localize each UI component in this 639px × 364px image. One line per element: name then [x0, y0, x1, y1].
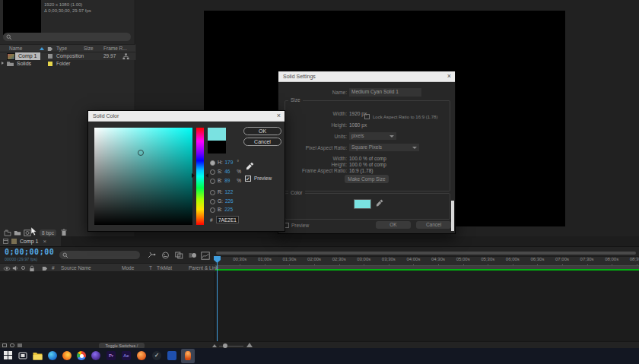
radio-b2[interactable]: [210, 207, 215, 213]
timeline-navigator[interactable]: [216, 252, 636, 255]
ruler-tick: 05;00s: [450, 257, 475, 265]
field-row-h[interactable]: H: 179 °: [210, 160, 239, 166]
column-parent-link: Parent & Link: [189, 266, 218, 271]
column-source-name: Source Name: [61, 266, 91, 271]
expand-inout-icon[interactable]: [17, 343, 22, 347]
shy-icon[interactable]: [161, 252, 170, 259]
radio-g[interactable]: [210, 199, 215, 204]
expand-layer-switches-icon[interactable]: [2, 343, 7, 347]
hue-slider[interactable]: [196, 128, 204, 225]
trash-icon[interactable]: [61, 229, 67, 236]
color-selector-circle[interactable]: [138, 150, 144, 156]
radio-h[interactable]: [210, 160, 215, 166]
motion-blur-icon[interactable]: [189, 252, 197, 259]
column-name[interactable]: Name: [9, 46, 22, 52]
ok-button[interactable]: OK: [243, 127, 281, 135]
close-icon[interactable]: ×: [447, 73, 451, 80]
mini-flowchart-icon[interactable]: [148, 252, 156, 259]
label-color-chip[interactable]: [48, 62, 52, 66]
blue-app-icon[interactable]: [167, 351, 176, 360]
column-type[interactable]: Type: [56, 46, 67, 52]
frame-blending-icon[interactable]: [175, 252, 183, 259]
timeline-tab[interactable]: Comp 1 ×: [0, 236, 61, 246]
firefox-icon[interactable]: [62, 351, 72, 360]
column-size[interactable]: Size: [84, 46, 94, 52]
timeline-zoom-out-icon[interactable]: [212, 344, 217, 347]
field-row-s[interactable]: S: 46 %: [210, 169, 241, 175]
field-row-b[interactable]: B: 89 %: [210, 179, 241, 184]
layer-area-left[interactable]: [0, 272, 215, 341]
make-comp-size-button[interactable]: Make Comp Size: [345, 175, 389, 183]
timeline-panel: Comp 1 × 0;00;00;00 00000 (29.97 fps): [0, 236, 639, 348]
solid-color-swatch[interactable]: [354, 199, 371, 209]
orange-app-icon[interactable]: [137, 351, 146, 360]
preview-checkbox[interactable]: ✓: [245, 176, 251, 182]
close-icon[interactable]: ×: [277, 112, 281, 119]
purple-app-icon[interactable]: [91, 351, 100, 360]
frame-aspect-ratio-value: 16:9 (1.78): [349, 169, 373, 174]
interpret-footage-icon[interactable]: [4, 229, 11, 236]
playhead-line: [217, 256, 218, 341]
graph-editor-icon[interactable]: [201, 252, 210, 260]
file-explorer-icon[interactable]: [33, 352, 43, 360]
item-type: Folder: [56, 62, 70, 67]
label-color-chip[interactable]: [48, 54, 52, 59]
windows-start-icon[interactable]: [4, 351, 13, 360]
ruler-tick: 06;30s: [525, 257, 550, 265]
name-field[interactable]: Medium Cyan Solid 1: [349, 88, 421, 97]
lock-aspect-checkbox[interactable]: [364, 114, 370, 119]
check-app-icon[interactable]: ✓: [152, 351, 161, 360]
expander-chevron-icon[interactable]: [2, 62, 4, 65]
solid-settings-titlebar[interactable]: Solid Settings ×: [278, 71, 455, 82]
height-label: Height:: [278, 123, 347, 128]
height-value[interactable]: 1080 px: [349, 123, 367, 128]
tab-close-icon[interactable]: ×: [43, 239, 47, 245]
pixel-aspect-ratio-label: Pixel Aspect Ratio:: [278, 146, 347, 151]
hex-input[interactable]: 7AE2E1: [216, 216, 239, 223]
dialog-scrollbar[interactable]: [451, 201, 454, 231]
item-name-comp[interactable]: Comp 1: [15, 52, 40, 60]
saturation-brightness-picker[interactable]: [94, 128, 192, 225]
ok-button[interactable]: OK: [376, 221, 411, 229]
expand-transfer-controls-icon[interactable]: [10, 343, 14, 347]
frames-display: 00000 (29.97 fps): [5, 258, 37, 262]
hue-marker-left[interactable]: [192, 173, 195, 178]
chrome-icon[interactable]: [77, 351, 86, 360]
premiere-pro-icon[interactable]: Pr: [106, 351, 116, 360]
hue-marker-right[interactable]: [205, 173, 208, 178]
ruler-tick: 07;30s: [574, 257, 599, 265]
field-row-r[interactable]: R: 122: [210, 190, 237, 195]
radio-b[interactable]: [210, 179, 215, 184]
after-effects-icon[interactable]: Ae: [122, 351, 131, 360]
radio-r[interactable]: [210, 190, 215, 195]
active-app-button[interactable]: [181, 349, 195, 363]
ruler-tick: 01;00s: [253, 257, 278, 265]
project-search-input[interactable]: [3, 33, 131, 41]
cancel-button[interactable]: Cancel: [416, 221, 451, 229]
edge-icon[interactable]: [48, 351, 57, 360]
ruler-tick: 07;00s: [550, 257, 575, 265]
task-view-icon[interactable]: [18, 351, 27, 360]
timeline-ruler[interactable]: 00;30s 01;00s 01;30s 02;00s 02;30s 03;00…: [215, 256, 639, 265]
timeline-zoom-in-icon[interactable]: [246, 343, 253, 347]
solid-color-titlebar[interactable]: Solid Color ×: [88, 111, 285, 122]
item-name-solids[interactable]: Solids: [17, 61, 31, 66]
table-row-solids[interactable]: Solids Folder: [0, 60, 135, 68]
units-dropdown[interactable]: pixels: [349, 132, 396, 140]
field-row-g[interactable]: G: 226: [210, 199, 237, 204]
field-row-b2[interactable]: B: 225: [210, 207, 237, 213]
new-folder-icon[interactable]: [14, 229, 21, 236]
eyedropper-icon[interactable]: [246, 162, 254, 170]
cancel-button[interactable]: Cancel: [243, 138, 281, 146]
bit-depth-button[interactable]: 8 bpc: [40, 229, 56, 236]
current-time-display[interactable]: 0;00;00;00: [5, 248, 54, 256]
table-row-comp[interactable]: Comp 1 Composition 29.97: [0, 52, 135, 60]
timeline-search-input[interactable]: [59, 251, 140, 259]
comp-height-value: 100.0 % of comp: [349, 163, 386, 168]
radio-s[interactable]: [210, 169, 215, 175]
column-frame-rate[interactable]: Frame R...: [103, 46, 127, 52]
timeline-zoom-knob[interactable]: [223, 343, 227, 348]
layer-area-right[interactable]: [215, 271, 639, 341]
eyedropper-icon[interactable]: [376, 199, 383, 207]
pixel-aspect-ratio-dropdown[interactable]: Square Pixels: [349, 144, 419, 151]
